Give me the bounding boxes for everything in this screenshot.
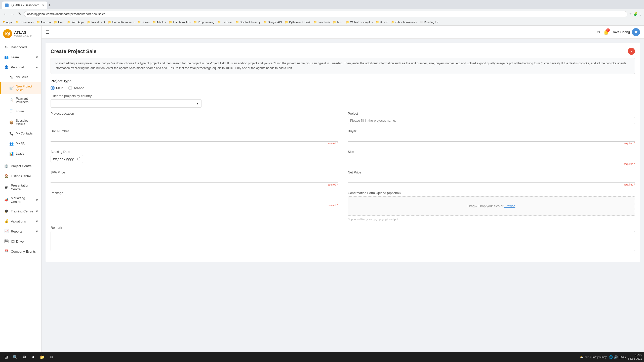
sidebar-item-new-project-sales[interactable]: 🛒 New Project Sales	[0, 82, 41, 94]
upload-text: Drag & Drop your files or	[467, 204, 504, 208]
upload-browse-link[interactable]: Browse	[504, 204, 515, 208]
sidebar-item-label-forms: Forms	[16, 110, 24, 113]
bookmark-misc[interactable]: 📁 Misc	[332, 20, 344, 24]
sidebar-item-leads[interactable]: 📊 Leads	[0, 149, 41, 159]
chrome-taskbar-icon[interactable]: ●	[29, 353, 37, 361]
sidebar-item-payment-vouchers[interactable]: 📋 Payment Vouchers	[0, 94, 41, 106]
sidebar-item-company-events[interactable]: 📅 Company Events	[0, 246, 41, 256]
sidebar-item-listing-centre[interactable]: 🏠 Listing Centre	[0, 171, 41, 181]
refresh-button[interactable]: ↻	[17, 11, 22, 17]
bookmark-fbads[interactable]: 📁 Facebook Ads	[168, 20, 192, 24]
sidebar-item-subsales-claims[interactable]: 📦 Subsales Claims	[0, 116, 41, 128]
start-button[interactable]: ⊞	[2, 353, 10, 361]
windows-taskbar: ⊞ 🔍 ⧉ ● 📁 ✉ ⛅ 30°C Partly sunny 🌐 🔊 ENG …	[0, 352, 644, 362]
sidebar-item-personal[interactable]: 👤 Personal ∧	[0, 62, 41, 72]
sidebar-item-dashboard[interactable]: ⊙ Dashboard	[0, 42, 41, 52]
country-filter-dropdown[interactable]: ▾	[51, 99, 202, 108]
refresh-button[interactable]: ↻	[597, 30, 600, 34]
file-explorer-taskbar-icon[interactable]: 📁	[38, 353, 46, 361]
sidebar-logo: IQI ATLAS Version 17.27.9	[0, 26, 41, 42]
sidebar-item-valuations[interactable]: 💰 Valuations ∨	[0, 216, 41, 226]
bookmark-reading[interactable]: 📖 Reading list	[419, 20, 439, 24]
network-icon[interactable]: 🌐	[609, 355, 613, 359]
bookmark-exim[interactable]: 📁 Exim	[53, 20, 65, 24]
radio-main-label: Main	[56, 86, 63, 90]
confirmation-upload-label: Confirmation Form Upload (optional)	[348, 191, 635, 195]
bookmark-star-btn[interactable]: ☆	[629, 12, 632, 16]
logo-text-group: ATLAS Version 17.27.9	[14, 30, 32, 37]
booking-date-input[interactable]	[51, 155, 83, 163]
bookmark-banks[interactable]: 📁 Banks	[136, 20, 150, 24]
sidebar: IQI ATLAS Version 17.27.9 ⊙ Dashboard 👥 …	[0, 26, 42, 352]
sidebar-item-my-contacts[interactable]: 📞 My Contacts	[0, 128, 41, 139]
bookmark-unreal2[interactable]: 📁 Unreal	[375, 20, 389, 24]
buyer-label: Buyer	[348, 129, 635, 133]
bookmark-bookmarks[interactable]: 📁 Bookmarks	[14, 20, 34, 24]
package-input[interactable]	[51, 196, 338, 203]
extensions-btn[interactable]: 🧩	[633, 12, 637, 16]
user-menu[interactable]: Dave Chong DC	[612, 28, 640, 36]
tab-close-btn[interactable]: ✕	[42, 4, 44, 7]
upload-drop-zone[interactable]: Drag & Drop your files or Browse	[348, 196, 635, 216]
spa-price-input[interactable]	[51, 176, 338, 183]
forward-button[interactable]: →	[10, 11, 16, 17]
sidebar-item-my-pa[interactable]: 👥 My PA	[0, 139, 41, 149]
form-container: Create Project Sale × To start adding a …	[46, 43, 640, 262]
weather-info: ⛅ 30°C Partly sunny	[580, 355, 607, 359]
sidebar-item-training-centre[interactable]: 🎓 Training Centre ∨	[0, 206, 41, 216]
bookmark-amazon[interactable]: 📁 Amazon	[35, 20, 52, 24]
field-project: Project	[348, 112, 635, 124]
sidebar-item-team[interactable]: 👥 Team ∨	[0, 52, 41, 62]
bookmark-programming[interactable]: 📁 Programming	[192, 20, 215, 24]
sidebar-item-my-sales[interactable]: 🛍 My Sales	[0, 72, 41, 82]
bookmark-unreal[interactable]: 📁 Unreal Resources	[107, 20, 135, 24]
bookmark-articles[interactable]: 📁 Articles	[151, 20, 167, 24]
search-taskbar-icon[interactable]: 🔍	[11, 353, 19, 361]
taskbar-clock[interactable]: 19:06 3 Sep 2021	[628, 353, 642, 361]
project-location-input[interactable]	[51, 117, 338, 124]
task-view-icon[interactable]: ⧉	[20, 353, 28, 361]
sidebar-item-forms[interactable]: 📄 Forms	[0, 106, 41, 116]
project-input[interactable]	[348, 117, 635, 124]
notification-bell[interactable]: 🔔 2	[603, 29, 609, 35]
company-events-icon: 📅	[4, 249, 9, 254]
size-label: Size	[348, 150, 635, 154]
bookmark-investment[interactable]: 📁 Investment	[86, 20, 106, 24]
sidebar-item-label-leads: Leads	[16, 152, 24, 155]
field-size: Size required *	[348, 150, 635, 165]
address-bar[interactable]	[24, 11, 627, 17]
radio-main[interactable]: Main	[51, 86, 63, 90]
more-options-btn[interactable]: ⋮	[638, 12, 642, 16]
buyer-required: required *	[348, 142, 635, 145]
page-header: Create Project Sale ×	[51, 48, 635, 55]
remark-textarea[interactable]	[51, 231, 635, 251]
size-input[interactable]	[348, 155, 635, 162]
filter-label: Filter the projects by country	[51, 94, 635, 98]
close-button[interactable]: ×	[628, 48, 635, 55]
bookmark-apps[interactable]: ⊞Apps	[2, 20, 13, 24]
sidebar-item-reports[interactable]: 📈 Reports ∨	[0, 226, 41, 236]
sidebar-item-marketing-centre[interactable]: 📣 Marketing Centre ∨	[0, 194, 41, 206]
buyer-input[interactable]	[348, 134, 635, 142]
menu-toggle-icon[interactable]: ☰	[46, 29, 50, 35]
bookmark-python[interactable]: 📁 Python and Flask	[284, 20, 311, 24]
browser-tab[interactable]: IQI Atlas - Dashboard ✕	[2, 2, 47, 9]
net-price-input[interactable]	[348, 176, 635, 183]
radio-adhoc[interactable]: Ad-hoc	[68, 86, 84, 90]
back-button[interactable]: ←	[2, 11, 8, 17]
bookmark-other[interactable]: 📁 Other bookmarks	[390, 20, 418, 24]
bookmark-websites[interactable]: 📁 Websites samples	[345, 20, 374, 24]
bookmark-googleapi[interactable]: 📁 Google API	[262, 20, 283, 24]
mail-taskbar-icon[interactable]: ✉	[47, 353, 55, 361]
bookmark-firebase[interactable]: 📁 Firebase	[216, 20, 233, 24]
unit-number-input[interactable]	[51, 134, 338, 142]
sidebar-item-iqi-drive[interactable]: 💾 IQI Drive	[0, 236, 41, 246]
bookmark-webapps[interactable]: 📁 Web Apps	[66, 20, 85, 24]
bookmark-spiritual[interactable]: 📁 Spiritual Journey	[234, 20, 261, 24]
volume-icon[interactable]: 🔊	[614, 355, 618, 359]
sidebar-item-project-centre[interactable]: 🏢 Project Centre	[0, 161, 41, 171]
bookmark-facebook[interactable]: 📁 Facebook	[312, 20, 331, 24]
new-tab-button[interactable]: +	[48, 3, 51, 8]
spa-price-required: required *	[51, 183, 338, 186]
sidebar-item-presentation-centre[interactable]: 📽 Presentation Centre	[0, 181, 41, 194]
